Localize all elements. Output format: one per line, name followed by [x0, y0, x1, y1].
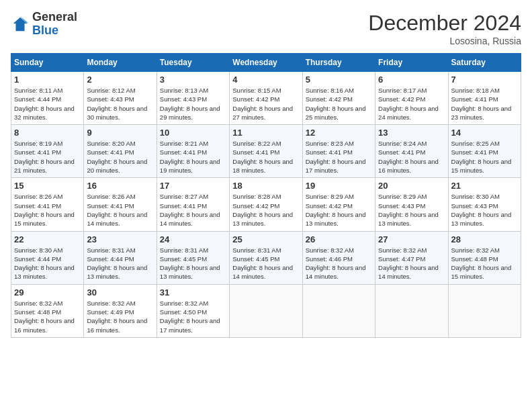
day-info: Sunrise: 8:31 AM Sunset: 4:44 PM Dayligh… [87, 246, 153, 281]
day-info: Sunrise: 8:16 AM Sunset: 4:42 PM Dayligh… [306, 86, 372, 122]
calendar-day-cell: 28 Sunrise: 8:32 AM Sunset: 4:48 PM Dayl… [448, 231, 521, 284]
calendar-day-cell [230, 284, 302, 337]
calendar-day-cell: 12 Sunrise: 8:23 AM Sunset: 4:41 PM Dayl… [302, 125, 375, 178]
day-number: 27 [378, 234, 445, 244]
day-of-week-header: Friday [375, 54, 448, 72]
calendar-day-cell: 7 Sunrise: 8:18 AM Sunset: 4:41 PM Dayli… [448, 72, 521, 125]
calendar-day-cell: 4 Sunrise: 8:15 AM Sunset: 4:42 PM Dayli… [230, 72, 302, 125]
day-info: Sunrise: 8:29 AM Sunset: 4:43 PM Dayligh… [378, 192, 445, 228]
day-number: 3 [160, 75, 226, 85]
calendar-day-cell [302, 284, 375, 337]
day-info: Sunrise: 8:21 AM Sunset: 4:41 PM Dayligh… [160, 139, 226, 175]
calendar-day-cell: 25 Sunrise: 8:31 AM Sunset: 4:45 PM Dayl… [230, 231, 302, 284]
day-number: 8 [14, 128, 81, 138]
calendar-day-cell: 14 Sunrise: 8:25 AM Sunset: 4:41 PM Dayl… [448, 125, 521, 178]
day-info: Sunrise: 8:26 AM Sunset: 4:41 PM Dayligh… [14, 192, 81, 228]
calendar-day-cell: 20 Sunrise: 8:29 AM Sunset: 4:43 PM Dayl… [375, 178, 448, 231]
calendar-day-cell: 8 Sunrise: 8:19 AM Sunset: 4:41 PM Dayli… [11, 125, 84, 178]
calendar-day-cell: 23 Sunrise: 8:31 AM Sunset: 4:44 PM Dayl… [84, 231, 157, 284]
calendar-day-cell: 6 Sunrise: 8:17 AM Sunset: 4:42 PM Dayli… [375, 72, 448, 125]
day-info: Sunrise: 8:19 AM Sunset: 4:41 PM Dayligh… [14, 139, 81, 175]
day-info: Sunrise: 8:29 AM Sunset: 4:42 PM Dayligh… [306, 192, 372, 228]
day-number: 2 [87, 75, 153, 85]
day-info: Sunrise: 8:24 AM Sunset: 4:41 PM Dayligh… [378, 139, 445, 175]
day-of-week-header: Tuesday [157, 54, 229, 72]
calendar-day-cell: 30 Sunrise: 8:32 AM Sunset: 4:49 PM Dayl… [84, 284, 157, 337]
day-info: Sunrise: 8:18 AM Sunset: 4:41 PM Dayligh… [451, 86, 518, 122]
calendar-day-cell: 22 Sunrise: 8:30 AM Sunset: 4:44 PM Dayl… [11, 231, 84, 284]
day-info: Sunrise: 8:23 AM Sunset: 4:41 PM Dayligh… [306, 139, 372, 175]
day-info: Sunrise: 8:32 AM Sunset: 4:47 PM Dayligh… [378, 246, 445, 281]
day-info: Sunrise: 8:32 AM Sunset: 4:50 PM Dayligh… [160, 299, 226, 334]
day-info: Sunrise: 8:25 AM Sunset: 4:41 PM Dayligh… [451, 139, 518, 175]
day-number: 24 [160, 234, 226, 244]
logo-icon [11, 15, 30, 34]
day-number: 16 [87, 181, 153, 191]
day-number: 18 [232, 181, 299, 191]
month-title: December 2024 [368, 11, 521, 36]
day-number: 31 [160, 287, 226, 298]
day-of-week-header: Wednesday [230, 54, 302, 72]
calendar-day-cell: 2 Sunrise: 8:12 AM Sunset: 4:43 PM Dayli… [84, 72, 157, 125]
calendar-day-cell: 29 Sunrise: 8:32 AM Sunset: 4:48 PM Dayl… [11, 284, 84, 337]
calendar-day-cell: 18 Sunrise: 8:28 AM Sunset: 4:42 PM Dayl… [230, 178, 302, 231]
day-number: 15 [14, 181, 81, 191]
calendar-day-cell [375, 284, 448, 337]
page-header: General Blue December 2024 Lososina, Rus… [11, 11, 521, 46]
calendar-day-cell: 31 Sunrise: 8:32 AM Sunset: 4:50 PM Dayl… [157, 284, 229, 337]
day-info: Sunrise: 8:32 AM Sunset: 4:48 PM Dayligh… [451, 246, 518, 281]
day-number: 29 [14, 287, 81, 298]
day-number: 30 [87, 287, 153, 298]
day-info: Sunrise: 8:13 AM Sunset: 4:43 PM Dayligh… [160, 86, 226, 122]
calendar-day-cell: 15 Sunrise: 8:26 AM Sunset: 4:41 PM Dayl… [11, 178, 84, 231]
calendar-week-row: 29 Sunrise: 8:32 AM Sunset: 4:48 PM Dayl… [11, 284, 521, 337]
calendar-day-cell: 10 Sunrise: 8:21 AM Sunset: 4:41 PM Dayl… [157, 125, 229, 178]
calendar-day-cell: 19 Sunrise: 8:29 AM Sunset: 4:42 PM Dayl… [302, 178, 375, 231]
calendar-day-cell: 16 Sunrise: 8:26 AM Sunset: 4:41 PM Dayl… [84, 178, 157, 231]
calendar-day-cell: 26 Sunrise: 8:32 AM Sunset: 4:46 PM Dayl… [302, 231, 375, 284]
day-info: Sunrise: 8:11 AM Sunset: 4:44 PM Dayligh… [14, 86, 81, 122]
calendar-day-cell: 5 Sunrise: 8:16 AM Sunset: 4:42 PM Dayli… [302, 72, 375, 125]
calendar-day-cell [448, 284, 521, 337]
day-number: 10 [160, 128, 226, 138]
day-info: Sunrise: 8:27 AM Sunset: 4:41 PM Dayligh… [160, 192, 226, 228]
title-block: December 2024 Lososina, Russia [368, 11, 521, 46]
calendar-table: SundayMondayTuesdayWednesdayThursdayFrid… [11, 53, 521, 338]
calendar-week-row: 1 Sunrise: 8:11 AM Sunset: 4:44 PM Dayli… [11, 72, 521, 125]
day-info: Sunrise: 8:28 AM Sunset: 4:42 PM Dayligh… [232, 192, 299, 228]
day-of-week-header: Sunday [11, 54, 84, 72]
day-info: Sunrise: 8:12 AM Sunset: 4:43 PM Dayligh… [87, 86, 153, 122]
location-subtitle: Lososina, Russia [368, 36, 521, 46]
day-number: 25 [232, 234, 299, 244]
day-info: Sunrise: 8:17 AM Sunset: 4:42 PM Dayligh… [378, 86, 445, 122]
calendar-week-row: 15 Sunrise: 8:26 AM Sunset: 4:41 PM Dayl… [11, 178, 521, 231]
svg-marker-0 [13, 17, 28, 32]
day-number: 6 [378, 75, 445, 85]
day-number: 19 [306, 181, 372, 191]
calendar-header-row: SundayMondayTuesdayWednesdayThursdayFrid… [11, 54, 521, 72]
day-info: Sunrise: 8:32 AM Sunset: 4:48 PM Dayligh… [14, 299, 81, 334]
day-info: Sunrise: 8:32 AM Sunset: 4:49 PM Dayligh… [87, 299, 153, 334]
calendar-day-cell: 9 Sunrise: 8:20 AM Sunset: 4:41 PM Dayli… [84, 125, 157, 178]
day-info: Sunrise: 8:31 AM Sunset: 4:45 PM Dayligh… [232, 246, 299, 281]
day-number: 5 [306, 75, 372, 85]
calendar-day-cell: 24 Sunrise: 8:31 AM Sunset: 4:45 PM Dayl… [157, 231, 229, 284]
day-info: Sunrise: 8:26 AM Sunset: 4:41 PM Dayligh… [87, 192, 153, 228]
day-number: 7 [451, 75, 518, 85]
day-number: 14 [451, 128, 518, 138]
calendar-day-cell: 11 Sunrise: 8:22 AM Sunset: 4:41 PM Dayl… [230, 125, 302, 178]
day-number: 11 [232, 128, 299, 138]
day-info: Sunrise: 8:30 AM Sunset: 4:44 PM Dayligh… [14, 246, 81, 281]
day-number: 12 [306, 128, 372, 138]
day-info: Sunrise: 8:31 AM Sunset: 4:45 PM Dayligh… [160, 246, 226, 281]
calendar-week-row: 22 Sunrise: 8:30 AM Sunset: 4:44 PM Dayl… [11, 231, 521, 284]
calendar-day-cell: 21 Sunrise: 8:30 AM Sunset: 4:43 PM Dayl… [448, 178, 521, 231]
calendar-day-cell: 3 Sunrise: 8:13 AM Sunset: 4:43 PM Dayli… [157, 72, 229, 125]
day-number: 21 [451, 181, 518, 191]
calendar-day-cell: 1 Sunrise: 8:11 AM Sunset: 4:44 PM Dayli… [11, 72, 84, 125]
day-info: Sunrise: 8:22 AM Sunset: 4:41 PM Dayligh… [232, 139, 299, 175]
day-number: 4 [232, 75, 299, 85]
day-number: 9 [87, 128, 153, 138]
day-info: Sunrise: 8:32 AM Sunset: 4:46 PM Dayligh… [306, 246, 372, 281]
logo-text: General Blue [32, 11, 77, 38]
